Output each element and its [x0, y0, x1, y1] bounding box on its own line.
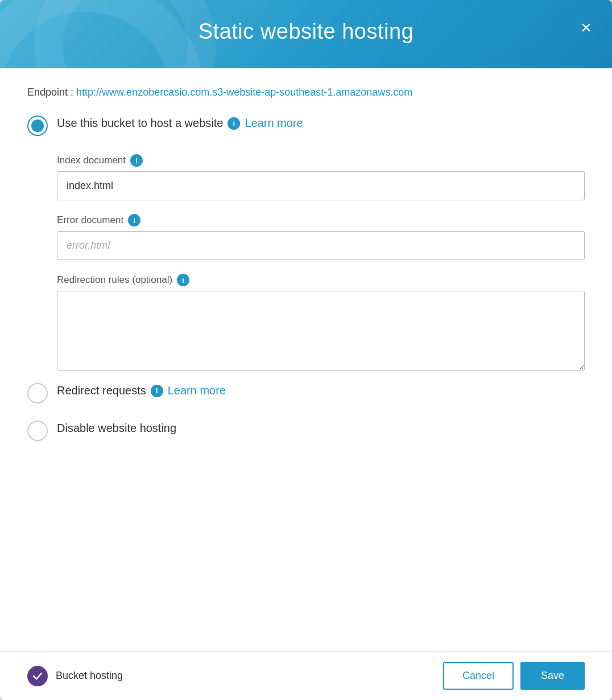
modal-footer: Bucket hosting Cancel Save	[0, 651, 612, 700]
redirect-info-icon[interactable]: i	[151, 385, 163, 397]
error-document-input[interactable]	[57, 231, 585, 260]
checkmark-svg	[32, 670, 43, 682]
close-button[interactable]: ×	[576, 16, 596, 39]
use-bucket-option[interactable]: Use this bucket to host a website i Lear…	[27, 114, 585, 377]
endpoint-row: Endpoint : http://www.enzobercasio.com.s…	[27, 87, 585, 98]
footer-left: Bucket hosting	[27, 666, 123, 686]
use-bucket-learn-more[interactable]: Learn more	[245, 117, 303, 130]
endpoint-label: Endpoint :	[27, 87, 73, 98]
redirection-rules-label: Redirection rules (optional) i	[57, 274, 585, 286]
modal-title: Static website hosting	[199, 19, 414, 44]
use-bucket-info-icon[interactable]: i	[228, 117, 240, 130]
footer-buttons: Cancel Save	[443, 662, 585, 690]
error-document-label: Error document i	[57, 214, 585, 227]
radio-inner-selected	[31, 120, 44, 132]
index-doc-info-icon[interactable]: i	[130, 154, 143, 167]
save-button[interactable]: Save	[520, 662, 585, 690]
redirection-rules-info-icon[interactable]: i	[177, 274, 189, 286]
redirect-option[interactable]: Redirect requests i Learn more	[27, 382, 585, 415]
cancel-button[interactable]: Cancel	[443, 662, 514, 690]
redirect-learn-more[interactable]: Learn more	[168, 384, 226, 397]
index-document-label: Index document i	[57, 154, 585, 167]
disable-option[interactable]: Disable website hosting	[27, 419, 585, 452]
index-document-input[interactable]	[57, 171, 585, 200]
hosted-fields: Index document i Error document i Redire…	[57, 147, 585, 377]
error-doc-info-icon[interactable]: i	[128, 214, 140, 227]
use-bucket-radio[interactable]	[27, 116, 48, 136]
modal-header: Static website hosting ×	[0, 0, 612, 68]
footer-status-label: Bucket hosting	[56, 670, 123, 682]
modal-body: Endpoint : http://www.enzobercasio.com.s…	[0, 68, 612, 651]
disable-radio[interactable]	[27, 421, 48, 441]
bucket-hosting-check-icon	[27, 666, 48, 686]
modal-container: Static website hosting × Endpoint : http…	[0, 0, 612, 700]
disable-label: Disable website hosting	[57, 419, 176, 435]
use-bucket-label: Use this bucket to host a website i Lear…	[57, 114, 303, 130]
redirection-rules-input[interactable]	[57, 291, 585, 370]
redirect-label: Redirect requests i Learn more	[57, 382, 226, 397]
redirect-radio[interactable]	[27, 383, 48, 403]
endpoint-link[interactable]: http://www.enzobercasio.com.s3-website-a…	[76, 87, 412, 98]
